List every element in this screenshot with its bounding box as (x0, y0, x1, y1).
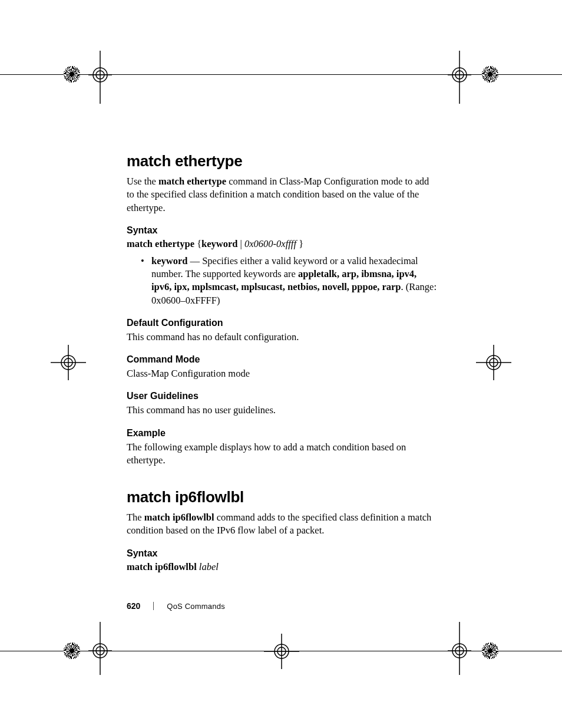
text: | (237, 238, 244, 249)
register-mark-icon (64, 643, 80, 659)
register-mark-icon (482, 66, 498, 83)
register-cross-icon (442, 51, 477, 104)
heading-syntax: Syntax (127, 225, 439, 236)
command-title: match ip6flowlbl (127, 488, 439, 506)
syntax-bullets: keyword — Specifies either a valid keywo… (127, 255, 439, 307)
syntax-line: match ip6flowlbl label (127, 561, 439, 573)
page-number: 620 (127, 601, 140, 611)
text: Use the (127, 176, 158, 187)
command-intro: Use the match ethertype command in Class… (127, 175, 439, 215)
example-text: The following example displays how to ad… (127, 441, 439, 467)
crop-line-top (0, 74, 562, 75)
text-italic: label (199, 561, 219, 572)
command-block-match-ip6flowlbl: match ip6flowlbl The match ip6flowlbl co… (127, 488, 439, 573)
heading-command-mode: Command Mode (127, 354, 439, 365)
text-bold: match ethertype (158, 176, 226, 187)
text: { (194, 238, 201, 249)
text: } (299, 238, 303, 249)
heading-default-config: Default Configuration (127, 318, 439, 328)
command-mode-text: Class-Map Configuration mode (127, 367, 439, 380)
register-cross-icon (51, 342, 86, 383)
text: The (127, 512, 144, 523)
text-bold: match ip6flowlbl (144, 512, 214, 523)
heading-syntax: Syntax (127, 548, 439, 559)
page: match ethertype Use the match ethertype … (0, 0, 562, 728)
text-italic: 0x0600-0xffff (244, 238, 299, 249)
text-bold: match ip6flowlbl (127, 561, 199, 572)
page-content: match ethertype Use the match ethertype … (127, 152, 439, 578)
command-title: match ethertype (127, 152, 439, 170)
register-cross-icon (85, 622, 121, 675)
register-mark-icon (64, 66, 80, 83)
footer-divider (153, 602, 154, 610)
text-bold: match ethertype (127, 238, 194, 249)
chapter-title: QoS Commands (167, 602, 225, 611)
register-cross-icon (476, 342, 511, 383)
command-intro: The match ip6flowlbl command adds to the… (127, 511, 439, 538)
register-cross-icon (442, 622, 477, 675)
user-guidelines-text: This command has no user guidelines. (127, 404, 439, 417)
text-bold: keyword (151, 255, 187, 266)
list-item: keyword — Specifies either a valid keywo… (151, 255, 439, 307)
text-bold: keyword (201, 238, 237, 249)
page-footer: 620 QoS Commands (127, 601, 225, 611)
register-cross-icon (85, 51, 121, 104)
heading-example: Example (127, 428, 439, 439)
command-block-match-ethertype: match ethertype Use the match ethertype … (127, 152, 439, 467)
register-cross-icon (264, 634, 299, 675)
syntax-line: match ethertype {keyword | 0x0600-0xffff… (127, 238, 439, 250)
heading-user-guidelines: User Guidelines (127, 391, 439, 401)
default-config-text: This command has no default configuratio… (127, 331, 439, 344)
register-mark-icon (482, 643, 498, 659)
